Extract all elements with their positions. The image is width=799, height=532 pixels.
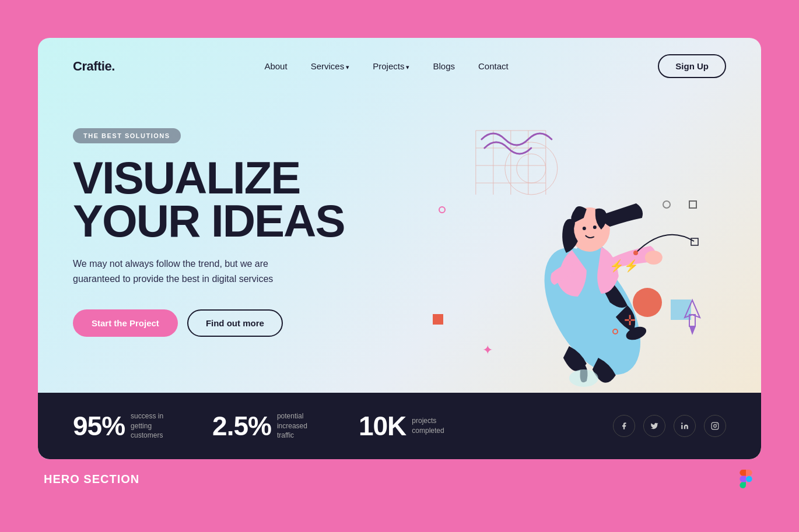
stats-group: 95% success in getting customers 2.5% po… [73, 410, 458, 442]
svg-rect-0 [691, 238, 698, 245]
svg-point-25 [714, 425, 717, 428]
social-icons [613, 415, 726, 437]
stat-number-2: 2.5% [212, 410, 271, 442]
nav-services[interactable]: Services [311, 61, 350, 71]
deco-globe [633, 288, 662, 317]
nav-projects[interactable]: Projects [373, 61, 409, 71]
svg-point-23 [681, 422, 682, 424]
instagram-icon[interactable] [704, 415, 726, 437]
stat-item-2: 2.5% potential increased traffic [212, 410, 324, 442]
hero-description: We may not always follow the trend, but … [73, 256, 295, 286]
hero-buttons: Start the Project Find out more [73, 309, 412, 337]
deco-dot [612, 329, 618, 334]
find-out-more-button[interactable]: Find out more [187, 309, 283, 337]
figma-icon [737, 470, 755, 488]
deco-square-outline [689, 200, 697, 209]
nav-about[interactable]: About [264, 61, 287, 71]
deco-star: ✦ [482, 343, 493, 358]
svg-marker-4 [689, 326, 696, 335]
deco-cross: ✛ [624, 312, 636, 329]
stat-label-2: potential increased traffic [277, 411, 324, 441]
svg-point-26 [717, 424, 717, 424]
twitter-icon[interactable] [643, 415, 665, 437]
deco-square-red [433, 314, 443, 325]
svg-rect-24 [712, 422, 719, 429]
hero-section: THE BEST SOLUTIONS VISUALIZE YOUR IDEAS … [38, 90, 761, 393]
nav-links: About Services Projects Blogs Contact [264, 61, 508, 72]
logo: Craftie. [73, 59, 115, 74]
stat-number-1: 95% [73, 410, 125, 442]
svg-rect-3 [689, 315, 695, 326]
stat-label-3: projects completed [412, 416, 458, 436]
nav-blogs[interactable]: Blogs [433, 61, 455, 71]
svg-point-15 [517, 154, 546, 183]
svg-point-14 [505, 142, 558, 195]
stat-item-1: 95% success in getting customers [73, 410, 177, 442]
linkedin-icon[interactable] [674, 415, 696, 437]
svg-point-1 [633, 251, 638, 255]
deco-lightning: ⚡⚡ [609, 259, 639, 273]
stat-label-1: success in getting customers [131, 411, 177, 441]
hero-title: VISUALIZE YOUR IDEAS [73, 156, 412, 242]
signup-button[interactable]: Sign Up [658, 54, 726, 78]
deco-pen-tool [677, 297, 709, 346]
hero-illustration: ✦ ⚡⚡ ✛ [412, 101, 726, 393]
hero-badge: THE BEST SOLUTIONS [73, 128, 181, 143]
deco-circle-outline [663, 200, 671, 209]
deco-curve [630, 218, 700, 267]
outer-wrapper: Craftie. About Services Projects Blogs C… [38, 38, 761, 494]
stat-item-3: 10K projects completed [359, 410, 458, 442]
facebook-icon[interactable] [613, 415, 635, 437]
hero-content: THE BEST SOLUTIONS VISUALIZE YOUR IDEAS … [73, 122, 412, 372]
svg-point-17 [569, 369, 598, 387]
start-project-button[interactable]: Start the Project [73, 309, 178, 337]
stat-number-3: 10K [359, 410, 406, 442]
svg-point-22 [593, 226, 597, 229]
stats-bar: 95% success in getting customers 2.5% po… [38, 393, 761, 459]
navbar: Craftie. About Services Projects Blogs C… [38, 38, 761, 90]
main-card: Craftie. About Services Projects Blogs C… [38, 38, 761, 459]
hero-section-text: HERO SECTION [44, 473, 139, 486]
svg-point-21 [583, 227, 586, 230]
bottom-label: HERO SECTION [38, 459, 761, 494]
nav-contact[interactable]: Contact [478, 61, 509, 71]
